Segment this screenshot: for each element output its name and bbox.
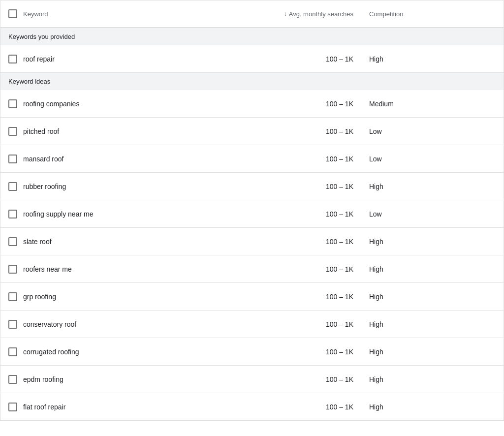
table-row: grp roofing 100 – 1K High (0, 283, 504, 311)
section-header-0: Keywords you provided (0, 28, 504, 45)
table-row: pitched roof 100 – 1K Low (0, 118, 504, 145)
table-row: roofing companies 100 – 1K Medium (0, 90, 504, 118)
row-keyword-col: epdm roofing (0, 375, 176, 384)
keyword-text: roofing companies (23, 100, 79, 108)
keyword-text: conservatory roof (23, 320, 76, 328)
header-keyword-col: Keyword (0, 9, 176, 18)
keyword-text: roof repair (23, 55, 55, 63)
searches-column-header[interactable]: ↓ Avg. monthly searches (176, 10, 361, 18)
keyword-text: corrugated roofing (23, 348, 79, 356)
table-row: flat roof repair 100 – 1K High (0, 393, 504, 421)
row-competition: High (361, 265, 504, 273)
section-header-1: Keyword ideas (0, 73, 504, 90)
sort-descending-icon: ↓ (284, 10, 287, 17)
keyword-table: Keyword ↓ Avg. monthly searches Competit… (0, 0, 504, 421)
row-keyword-col: roofers near me (0, 265, 176, 274)
row-checkbox[interactable] (8, 127, 17, 136)
row-keyword-col: roofing supply near me (0, 210, 176, 218)
keyword-text: rubber roofing (23, 183, 66, 190)
row-searches: 100 – 1K (176, 183, 361, 190)
row-keyword-col: flat roof repair (0, 403, 176, 411)
keyword-text: flat roof repair (23, 403, 65, 411)
table-row: roof repair 100 – 1K High (0, 45, 504, 73)
row-competition: High (361, 183, 504, 190)
keyword-column-header: Keyword (23, 10, 48, 18)
row-competition: High (361, 375, 504, 383)
row-competition: High (361, 348, 504, 356)
row-keyword-col: conservatory roof (0, 320, 176, 329)
row-checkbox[interactable] (8, 347, 17, 356)
keyword-text: mansard roof (23, 155, 63, 163)
row-competition: High (361, 238, 504, 246)
row-keyword-col: grp roofing (0, 292, 176, 301)
table-row: rubber roofing 100 – 1K High (0, 173, 504, 200)
row-competition: High (361, 320, 504, 328)
row-searches: 100 – 1K (176, 265, 361, 273)
row-searches: 100 – 1K (176, 348, 361, 356)
table-row: mansard roof 100 – 1K Low (0, 145, 504, 173)
row-checkbox[interactable] (8, 320, 17, 329)
table-row: slate roof 100 – 1K High (0, 228, 504, 255)
keyword-text: epdm roofing (23, 375, 63, 383)
row-checkbox[interactable] (8, 265, 17, 274)
row-checkbox[interactable] (8, 375, 17, 384)
row-checkbox[interactable] (8, 210, 17, 218)
keyword-text: grp roofing (23, 293, 56, 301)
table-header: Keyword ↓ Avg. monthly searches Competit… (0, 0, 504, 28)
row-keyword-col: rubber roofing (0, 182, 176, 191)
table-row: conservatory roof 100 – 1K High (0, 311, 504, 338)
row-keyword-col: corrugated roofing (0, 347, 176, 356)
row-competition: Low (361, 210, 504, 218)
table-row: corrugated roofing 100 – 1K High (0, 338, 504, 366)
competition-label: Competition (369, 10, 403, 18)
keyword-text: roofing supply near me (23, 210, 93, 218)
keyword-text: slate roof (23, 238, 52, 246)
competition-column-header[interactable]: Competition (361, 10, 504, 18)
row-keyword-col: roofing companies (0, 99, 176, 108)
row-searches: 100 – 1K (176, 293, 361, 301)
keyword-text: pitched roof (23, 127, 59, 135)
row-searches: 100 – 1K (176, 127, 361, 135)
row-searches: 100 – 1K (176, 375, 361, 383)
row-searches: 100 – 1K (176, 403, 361, 411)
row-searches: 100 – 1K (176, 155, 361, 163)
row-competition: High (361, 293, 504, 301)
row-checkbox[interactable] (8, 99, 17, 108)
table-row: roofers near me 100 – 1K High (0, 255, 504, 283)
row-competition: Low (361, 127, 504, 135)
row-checkbox[interactable] (8, 182, 17, 191)
row-competition: Low (361, 155, 504, 163)
select-all-checkbox[interactable] (8, 9, 17, 18)
row-searches: 100 – 1K (176, 55, 361, 63)
row-competition: Medium (361, 100, 504, 108)
row-searches: 100 – 1K (176, 320, 361, 328)
row-keyword-col: mansard roof (0, 155, 176, 163)
row-checkbox[interactable] (8, 292, 17, 301)
row-checkbox[interactable] (8, 237, 17, 246)
row-competition: High (361, 403, 504, 411)
row-keyword-col: pitched roof (0, 127, 176, 136)
row-competition: High (361, 55, 504, 63)
table-row: epdm roofing 100 – 1K High (0, 366, 504, 393)
row-checkbox[interactable] (8, 403, 17, 411)
keyword-text: roofers near me (23, 265, 72, 273)
searches-label: Avg. monthly searches (289, 10, 353, 18)
table-row: roofing supply near me 100 – 1K Low (0, 200, 504, 228)
table-body: Keywords you provided roof repair 100 – … (0, 28, 504, 421)
row-keyword-col: slate roof (0, 237, 176, 246)
row-checkbox[interactable] (8, 155, 17, 163)
row-searches: 100 – 1K (176, 100, 361, 108)
row-checkbox[interactable] (8, 55, 17, 63)
row-keyword-col: roof repair (0, 55, 176, 63)
row-searches: 100 – 1K (176, 210, 361, 218)
row-searches: 100 – 1K (176, 238, 361, 246)
